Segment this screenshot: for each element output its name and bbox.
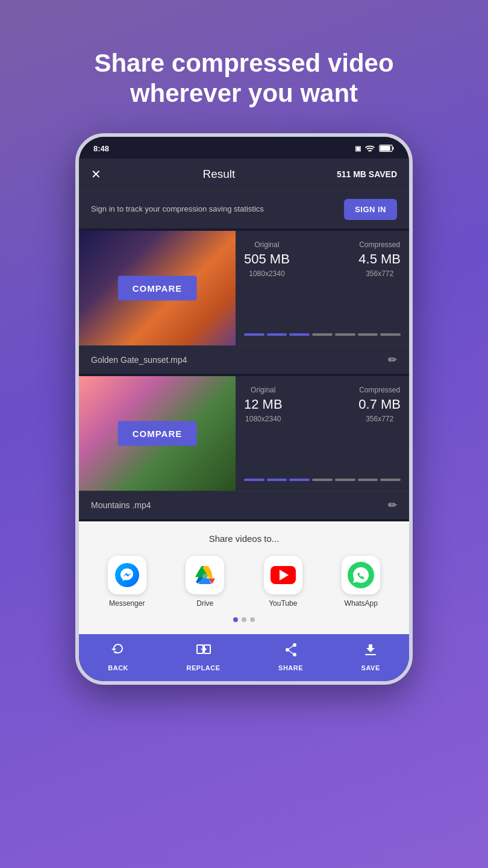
share-app-youtube[interactable]: YouTube	[264, 556, 302, 608]
compressed-label-1: Compressed	[358, 241, 401, 249]
filename-row-2: Mountains .mp4 ✏	[79, 491, 409, 519]
progress-bars-2	[244, 479, 401, 481]
sign-in-bar: Sign in to track your compression saving…	[79, 190, 409, 228]
original-size-1: 505 MB	[244, 251, 290, 267]
original-label-2: Original	[244, 386, 283, 394]
sign-in-text: Sign in to track your compression saving…	[91, 204, 344, 215]
replace-icon	[195, 641, 212, 662]
youtube-rect	[271, 566, 296, 584]
phone-frame: 8:48 ▣ ✕ Result 511 MB SAVED Sign in to	[75, 133, 413, 685]
share-icon	[283, 641, 299, 662]
sign-in-button[interactable]: SIGN IN	[344, 199, 397, 220]
save-label: SAVE	[361, 664, 380, 671]
saved-text: 511 MB SAVED	[337, 169, 397, 179]
edit-icon-2[interactable]: ✏	[388, 498, 397, 512]
youtube-icon	[264, 556, 302, 594]
video-thumb-1: COMPARE	[79, 231, 236, 345]
dot-2[interactable]	[242, 617, 246, 622]
wifi-icon	[364, 144, 375, 154]
top-bar: ✕ Result 511 MB SAVED	[79, 159, 409, 190]
status-bar: 8:48 ▣	[79, 137, 409, 159]
play-icon	[280, 570, 289, 580]
svg-line-16	[289, 650, 293, 653]
close-button[interactable]: ✕	[91, 167, 101, 181]
filename-1: Golden Gate_sunset.mp4	[91, 355, 187, 365]
whatsapp-icon	[342, 556, 380, 594]
share-app-whatsapp[interactable]: WhatsApp	[342, 556, 380, 608]
progress-bars-1	[244, 333, 401, 336]
share-label: SHARE	[278, 664, 303, 671]
original-size-2: 12 MB	[244, 397, 283, 412]
bottom-bar: BACK REPLACE SHA	[79, 634, 409, 681]
drive-icon	[186, 556, 224, 594]
save-icon	[362, 641, 379, 662]
svg-rect-2	[380, 146, 390, 151]
original-label-1: Original	[244, 241, 290, 249]
original-dim-2: 1080x2340	[244, 415, 283, 423]
compressed-size-2: 0.7 MB	[358, 397, 401, 412]
video-stats-1: Original 505 MB 1080x2340 Compressed 4.5…	[236, 231, 409, 345]
compressed-label-2: Compressed	[358, 386, 401, 394]
share-title: Share videos to...	[91, 533, 397, 544]
compare-button-2[interactable]: COMPARE	[118, 421, 197, 445]
back-icon	[110, 641, 127, 662]
original-dim-1: 1080x2340	[244, 269, 290, 278]
compressed-size-1: 4.5 MB	[358, 251, 401, 267]
screen-icon: ▣	[355, 145, 361, 153]
dot-1[interactable]	[233, 617, 238, 622]
share-section: Share videos to...	[79, 521, 409, 634]
replace-button[interactable]: REPLACE	[187, 641, 221, 671]
video-stats-2: Original 12 MB 1080x2340 Compressed 0.7 …	[236, 376, 409, 491]
pagination-dots	[91, 617, 397, 622]
whatsapp-circle	[348, 562, 374, 588]
compare-button-1[interactable]: COMPARE	[118, 275, 197, 300]
status-time: 8:48	[93, 144, 109, 153]
share-apps: Messenger	[91, 556, 397, 608]
share-button[interactable]: SHARE	[278, 641, 303, 671]
video-card-2: COMPARE Original 12 MB 1080x2340 Compres…	[79, 376, 409, 519]
battery-icon	[379, 144, 395, 154]
replace-label: REPLACE	[187, 664, 221, 671]
video-thumb-2: COMPARE	[79, 376, 236, 491]
svg-rect-1	[392, 146, 393, 149]
video-card-1: COMPARE Original 505 MB 1080x2340 Compre…	[79, 231, 409, 374]
messenger-icon	[108, 556, 146, 594]
edit-icon-1[interactable]: ✏	[388, 353, 397, 366]
messenger-label: Messenger	[109, 599, 145, 608]
hero-title: Share compressed video wherever you want	[0, 48, 488, 109]
compressed-dim-1: 356x772	[358, 269, 401, 278]
status-icons: ▣	[355, 144, 395, 154]
back-label: BACK	[108, 664, 128, 671]
svg-rect-17	[365, 654, 376, 655]
whatsapp-label: WhatsApp	[345, 599, 378, 608]
drive-label: Drive	[196, 599, 213, 608]
share-app-messenger[interactable]: Messenger	[108, 556, 146, 608]
svg-line-15	[289, 646, 293, 649]
filename-2: Mountains .mp4	[91, 500, 151, 510]
save-button[interactable]: SAVE	[361, 641, 380, 671]
svg-point-3	[115, 563, 139, 587]
youtube-label: YouTube	[269, 599, 297, 608]
dot-3[interactable]	[250, 617, 255, 622]
compressed-dim-2: 356x772	[358, 415, 401, 423]
filename-row-1: Golden Gate_sunset.mp4 ✏	[79, 345, 409, 374]
result-title: Result	[203, 168, 236, 181]
share-app-drive[interactable]: Drive	[186, 556, 224, 608]
back-button[interactable]: BACK	[108, 641, 128, 671]
